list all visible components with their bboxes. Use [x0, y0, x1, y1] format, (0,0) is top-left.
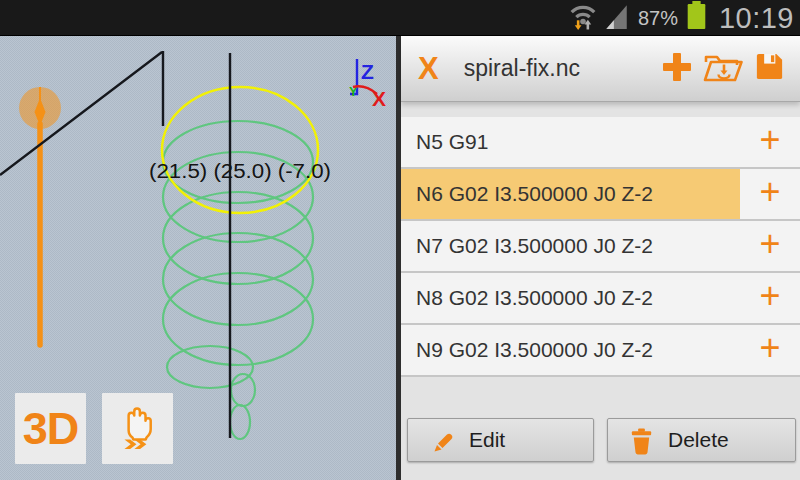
plus-icon: +: [759, 122, 780, 162]
file-panel: X spiral-fix.nc: [401, 36, 800, 480]
clock-label: 10:19: [719, 0, 794, 36]
insert-line-button[interactable]: +: [740, 325, 800, 375]
insert-line-button[interactable]: +: [740, 221, 800, 271]
gcode-line-text: N6 G02 I3.500000 J0 Z-2: [416, 182, 653, 206]
coordinate-readout: (21.5) (25.0) (-7.0): [149, 160, 331, 182]
filename-label: spiral-fix.nc: [464, 55, 654, 82]
gcode-line-row: N6 G02 I3.500000 J0 Z-2 +: [401, 169, 800, 221]
gcode-line-list: N5 G91 + N6 G02 I3.500000 J0 Z-2 + N7 G0…: [401, 117, 800, 377]
tool-marker: [19, 87, 61, 345]
plus-icon: +: [759, 278, 780, 318]
gcode-line-text: N8 G02 I3.500000 J0 Z-2: [416, 286, 653, 310]
signal-strength-icon: [602, 2, 630, 34]
gcode-simulator-app: 87% 10:19: [0, 0, 800, 480]
open-folder-icon: [703, 50, 743, 88]
gcode-line-text: N5 G91: [416, 130, 488, 154]
app-logo: X: [418, 51, 439, 87]
pan-mode-button[interactable]: [102, 393, 173, 464]
open-file-button[interactable]: [700, 41, 746, 97]
delete-button[interactable]: Delete: [607, 418, 796, 462]
save-file-button[interactable]: [746, 41, 792, 97]
status-bar: 87% 10:19: [0, 0, 800, 36]
gcode-line-row: N8 G02 I3.500000 J0 Z-2 +: [401, 273, 800, 325]
trash-icon: [628, 426, 655, 455]
insert-line-button[interactable]: +: [740, 169, 800, 219]
plus-icon: +: [759, 330, 780, 370]
gcode-line[interactable]: N6 G02 I3.500000 J0 Z-2: [401, 169, 740, 219]
axis-gizmo: Z Y X: [349, 59, 386, 110]
new-line-button[interactable]: [654, 41, 700, 97]
gcode-line-row: N5 G91 +: [401, 117, 800, 169]
save-floppy-icon: [753, 50, 786, 87]
file-panel-header: X spiral-fix.nc: [401, 36, 800, 102]
axis-z-label: Z: [361, 60, 374, 83]
plus-icon: [659, 49, 695, 89]
insert-line-button[interactable]: +: [740, 117, 800, 167]
battery-percent-label: 87%: [638, 0, 678, 36]
gcode-line-row: N9 G02 I3.500000 J0 Z-2 +: [401, 325, 800, 377]
gcode-line[interactable]: N8 G02 I3.500000 J0 Z-2: [401, 273, 740, 323]
toolpath-viewport[interactable]: Z Y X (21.5) (25.0) (-7.0) 3D: [0, 36, 400, 480]
edit-button-label: Edit: [469, 428, 505, 452]
delete-button-label: Delete: [668, 428, 729, 452]
plus-icon: +: [759, 174, 780, 214]
pencil-icon: [428, 426, 456, 454]
gcode-line-text: N9 G02 I3.500000 J0 Z-2: [416, 338, 653, 362]
battery-icon: [686, 1, 707, 34]
plus-icon: +: [759, 226, 780, 266]
gcode-line-row: N7 G02 I3.500000 J0 Z-2 +: [401, 221, 800, 273]
axis-x-label: X: [372, 87, 386, 110]
hand-pan-icon: [113, 401, 163, 457]
active-segment-path: [162, 87, 318, 213]
gcode-line[interactable]: N9 G02 I3.500000 J0 Z-2: [401, 325, 740, 375]
edit-button[interactable]: Edit: [407, 418, 594, 462]
wifi-icon: [569, 1, 597, 35]
gcode-line[interactable]: N7 G02 I3.500000 J0 Z-2: [401, 221, 740, 271]
gcode-line-text: N7 G02 I3.500000 J0 Z-2: [416, 234, 653, 258]
insert-line-button[interactable]: +: [740, 273, 800, 323]
gcode-line[interactable]: N5 G91: [401, 117, 740, 167]
view-3d-button[interactable]: 3D: [15, 393, 86, 464]
